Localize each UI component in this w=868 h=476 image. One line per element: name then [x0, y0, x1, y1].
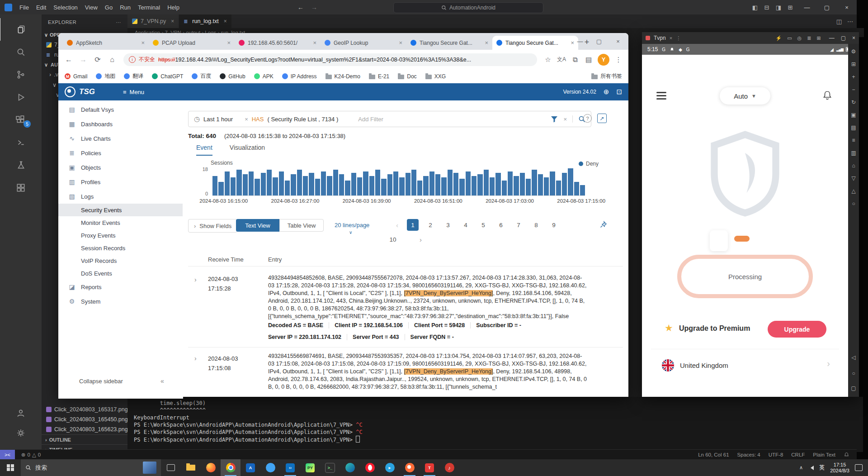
record-icon[interactable]: ○ — [852, 200, 855, 207]
outline-section[interactable]: ›OUTLINE — [42, 434, 127, 445]
browser-menu-icon[interactable]: ⋮ — [612, 53, 625, 66]
menu-help[interactable]: Help — [164, 0, 183, 14]
browser-close-button[interactable]: × — [609, 33, 627, 49]
phone-menu-icon[interactable]: ⋮ — [676, 35, 681, 41]
taskbar-telegram-icon[interactable]: ▸ — [380, 459, 400, 476]
log-row[interactable]: › 2024-08-0317:15:08 493284155669874691,… — [183, 347, 628, 397]
phone-maximize-button[interactable]: ▢ — [841, 35, 846, 41]
mode-selector[interactable]: Auto▼ — [720, 87, 770, 105]
tab-close-icon[interactable]: × — [485, 39, 488, 46]
start-button[interactable] — [0, 459, 21, 476]
browser-tab-2[interactable]: 192.168.45.60:5601/× — [235, 36, 321, 50]
multitask-icon[interactable]: ▤ — [851, 124, 856, 131]
taskbar-netease-music-icon[interactable]: ♪ — [439, 459, 459, 476]
extensions-icon[interactable]: 5 — [0, 109, 42, 131]
menu-selection[interactable]: Selection — [50, 0, 81, 14]
upgrade-button[interactable]: Upgrade — [768, 321, 826, 338]
page-10[interactable]: 10 — [387, 233, 399, 245]
customize-layout-icon[interactable]: ⊞ — [784, 0, 796, 14]
bookmark-GitHub[interactable]: GitHub — [220, 73, 245, 80]
clear-filter-icon[interactable]: × — [563, 116, 567, 123]
hidden-icons-chevron[interactable]: ∧ — [799, 465, 803, 471]
tsg-menu-button[interactable]: ≡Menu — [123, 89, 144, 95]
sidebar-item-system[interactable]: ⚙System — [58, 294, 183, 309]
tab-close-icon[interactable]: × — [171, 18, 174, 24]
tab-close-icon[interactable]: × — [224, 18, 227, 24]
android-home-icon[interactable]: ○ — [848, 370, 859, 376]
sidebar-item-profiles[interactable]: ▥Profiles — [58, 175, 183, 189]
help-icon[interactable]: ? — [583, 114, 592, 123]
status-utf-8[interactable]: UTF-8 — [769, 452, 783, 457]
status-plain[interactable]: Plain Text — [813, 452, 835, 457]
taskbar-task-view-icon[interactable] — [161, 459, 181, 476]
page-3[interactable]: 3 — [442, 219, 454, 231]
sidebar-item-default-vsys[interactable]: ▤Default Vsys — [58, 102, 183, 117]
per-page-caret-icon[interactable]: ∨ — [349, 230, 352, 235]
explorer-icon[interactable] — [0, 18, 42, 41]
page-8[interactable]: 8 — [530, 219, 542, 231]
not-secure-icon[interactable]: i — [129, 56, 136, 63]
page-4[interactable]: 4 — [460, 219, 472, 231]
page-9[interactable]: 9 — [548, 219, 560, 231]
translate-icon[interactable]: 文A — [555, 53, 568, 66]
expand-row-icon[interactable]: › — [194, 355, 197, 362]
taskbar-app-red-icon[interactable]: T — [420, 459, 439, 476]
split-editor-icon[interactable]: ◫ — [836, 18, 842, 25]
taskbar-search[interactable]: 搜索 — [21, 459, 161, 476]
funnel-icon[interactable] — [551, 116, 558, 123]
list-icon[interactable]: ≣ — [807, 35, 811, 41]
tab-event[interactable]: Event — [196, 144, 212, 156]
terminal-cursor[interactable] — [356, 436, 360, 443]
next-page-icon[interactable]: › — [420, 236, 422, 243]
show-fields-button[interactable]: ›Show Fields — [188, 219, 237, 233]
browser-maximize-button[interactable]: ▢ — [590, 33, 609, 49]
account-icon[interactable] — [0, 403, 42, 424]
android-recents-icon[interactable]: ▢ — [848, 385, 859, 391]
bookmark--[interactable]: 翻译 — [124, 72, 143, 80]
screenshot-file-item[interactable]: Click_20240803_165317.png — [42, 405, 127, 414]
sidebar-item-objects[interactable]: ▣Objects — [58, 160, 183, 175]
add-filter-button[interactable]: Add Filter — [358, 116, 383, 123]
browser-minimize-button[interactable]: — — [571, 33, 590, 49]
sidebar-item-dos-events[interactable]: DoS Events — [58, 267, 183, 280]
volume-icon[interactable] — [808, 466, 814, 470]
bookmark-IP-Address[interactable]: IP Address — [282, 73, 317, 80]
browser-tab-5[interactable]: Tiangou Secure Gat...× — [492, 36, 578, 50]
page-7[interactable]: 7 — [513, 219, 524, 231]
server-location-row[interactable]: United Kingdom › — [651, 349, 839, 381]
collapse-sidebar-button[interactable]: Collapse sidebar« — [58, 374, 203, 388]
home-button[interactable]: ⌂ — [105, 53, 119, 67]
search-highlight-image[interactable] — [143, 462, 156, 474]
browser-tab-0[interactable]: AppSketch× — [63, 36, 149, 50]
time-range-filter[interactable]: Last 1 hour — [203, 116, 233, 123]
taskbar-chrome-icon[interactable] — [221, 459, 241, 476]
bell-icon[interactable] — [822, 90, 833, 101]
bookmark-ChatGPT[interactable]: ChatGPT — [152, 73, 183, 80]
screenshot-icon[interactable]: ▣ — [851, 112, 856, 118]
expand-row-icon[interactable]: › — [194, 276, 197, 283]
settings-icon[interactable]: ⚙ — [851, 48, 856, 55]
back-button[interactable]: ← — [62, 53, 75, 67]
hamburger-menu-icon[interactable] — [656, 92, 666, 101]
tab-close-icon[interactable]: × — [141, 39, 145, 46]
menu-file[interactable]: File — [16, 0, 33, 14]
bookmark-K24-Demo[interactable]: K24-Demo — [326, 73, 360, 80]
sidebar-item-reports[interactable]: ◪Reports — [58, 280, 183, 294]
command-center-search[interactable]: AutomationAndroid — [393, 2, 543, 13]
bookmark-XXG[interactable]: XXG — [425, 73, 446, 80]
bookmark-star-icon[interactable]: ☆ — [542, 53, 554, 66]
screenshot-file-item[interactable]: Click_20240803_165623.png — [42, 424, 127, 434]
taskbar-vscode-icon[interactable]: ‹› — [280, 459, 300, 476]
taskbar-postman-icon[interactable] — [400, 459, 420, 476]
sidebar-item-logs[interactable]: ▧Logs — [58, 189, 183, 204]
page-5[interactable]: 5 — [477, 219, 489, 231]
language-globe-icon[interactable]: ⊕ — [604, 88, 609, 96]
taskbar-pycharm-icon[interactable]: PY — [300, 459, 320, 476]
status-spaces[interactable]: Spaces: 4 — [737, 452, 760, 457]
flash-icon[interactable]: ⚡ — [775, 35, 782, 41]
menu-view[interactable]: View — [81, 0, 101, 14]
sidebar-item-voip-records[interactable]: VoIP Records — [58, 254, 183, 267]
browser-tab-4[interactable]: Tiangou Secure Gat...× — [406, 36, 492, 50]
tools-icon[interactable] — [0, 176, 42, 199]
run-debug-icon[interactable] — [0, 86, 42, 109]
